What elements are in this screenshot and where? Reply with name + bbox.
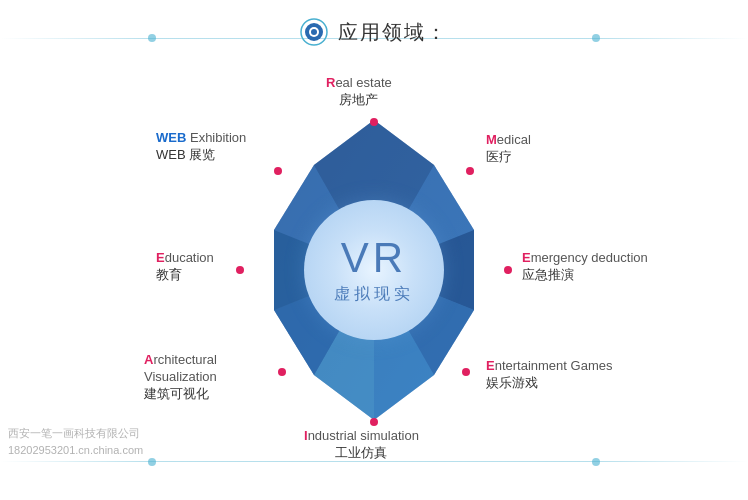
svg-point-3 (311, 29, 317, 35)
label-education-en: Education (156, 250, 214, 267)
label-industrial-en: Industrial simulation (304, 428, 419, 445)
diagram-container: VR 虚拟现实 Real estate 房地产 Medical 医疗 Emerg… (34, 55, 714, 485)
label-entertainment: Entertainment Games 娱乐游戏 (486, 358, 612, 392)
watermark-line2: 18202953201.cn.china.com (8, 442, 143, 459)
dot-top (370, 118, 378, 126)
label-real-estate: Real estate 房地产 (326, 75, 392, 109)
center-subtitle: 虚拟现实 (334, 284, 414, 305)
label-education: Education 教育 (156, 250, 214, 284)
label-entertainment-zh: 娱乐游戏 (486, 375, 538, 392)
dot-bottom (370, 418, 378, 426)
label-web-exhibition-zh: WEB 展览 (156, 147, 215, 164)
dot-top-right (466, 167, 474, 175)
dot-bottom-right (462, 368, 470, 376)
header: 应用领域： (300, 18, 448, 46)
label-web-exhibition-en: WEB Exhibition (156, 130, 246, 147)
label-emergency: Emergency deduction 应急推演 (522, 250, 648, 284)
dot-top-left (274, 167, 282, 175)
label-medical-zh: 医疗 (486, 149, 512, 166)
label-industrial-zh: 工业仿真 (335, 445, 387, 462)
deco-dot-tl (148, 34, 156, 42)
dot-right (504, 266, 512, 274)
label-architectural-en-line2: Visualization (144, 369, 217, 386)
label-entertainment-en: Entertainment Games (486, 358, 612, 375)
dot-left (236, 266, 244, 274)
label-industrial: Industrial simulation 工业仿真 (304, 428, 419, 462)
deco-dot-tr (592, 34, 600, 42)
label-medical-en: Medical (486, 132, 531, 149)
label-real-estate-zh: 房地产 (339, 92, 378, 109)
center-vr-label: VR (341, 235, 407, 281)
label-medical: Medical 医疗 (486, 132, 531, 166)
label-real-estate-en: Real estate (326, 75, 392, 92)
label-web-exhibition: WEB Exhibition WEB 展览 (156, 130, 246, 164)
label-emergency-en: Emergency deduction (522, 250, 648, 267)
label-architectural-en-line1: Architectural (144, 352, 217, 369)
label-emergency-zh: 应急推演 (522, 267, 574, 284)
label-architectural-zh: 建筑可视化 (144, 386, 209, 403)
application-domain-icon (300, 18, 328, 46)
label-education-zh: 教育 (156, 267, 182, 284)
label-architectural: Architectural Visualization 建筑可视化 (144, 352, 217, 403)
watermark-line1: 西安一笔一画科技有限公司 (8, 425, 143, 442)
watermark: 西安一笔一画科技有限公司 18202953201.cn.china.com (8, 425, 143, 458)
dot-bottom-left (278, 368, 286, 376)
center-circle: VR 虚拟现实 (304, 200, 444, 340)
header-title: 应用领域： (338, 19, 448, 46)
